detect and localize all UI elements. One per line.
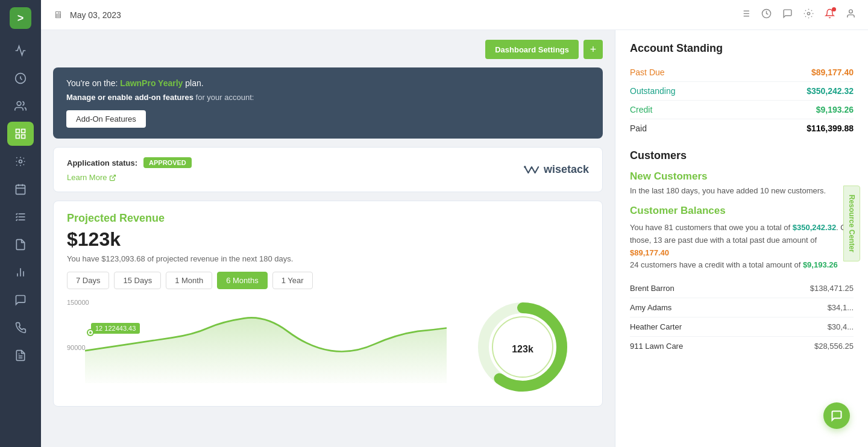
svg-rect-3 <box>22 130 25 133</box>
plan-banner: You're on the: LawnPro Yearly plan. Mana… <box>53 67 603 139</box>
balances-text-3: 24 customers have a credit with a total … <box>630 260 803 269</box>
topbar-date: May 03, 2023 <box>70 10 733 20</box>
customer-name-brent: Brent Barron <box>630 284 675 293</box>
list-icon[interactable] <box>740 8 750 22</box>
standing-list: Past Due $89,177.40 Outstanding $350,242… <box>630 63 854 137</box>
sidebar-item-signals[interactable] <box>7 39 34 63</box>
add-widget-button[interactable]: + <box>583 40 603 59</box>
donut-chart: 123k <box>456 299 589 395</box>
sidebar-logo[interactable]: > <box>10 7 31 29</box>
right-panel: Account Standing Past Due $89,177.40 Out… <box>615 30 868 447</box>
sidebar-item-phone[interactable] <box>7 316 34 340</box>
gear-icon[interactable] <box>804 8 814 22</box>
standing-label-paid: Paid <box>630 123 647 133</box>
standing-value-pastdue: $89,177.40 <box>811 67 854 77</box>
customer-row-brent: Brent Barron $138,471.25 <box>630 279 854 298</box>
standing-value-paid: $116,399.88 <box>807 123 854 133</box>
standing-row-credit: Credit $9,193.26 <box>630 101 854 119</box>
sidebar-item-documents[interactable] <box>7 233 34 257</box>
manage-bold: Manage or enable add-on features <box>66 93 193 102</box>
revenue-card: Projected Revenue $123k You have $123,09… <box>53 201 603 407</box>
content-area: Dashboard Settings + You're on the: Lawn… <box>41 30 868 447</box>
plan-suffix: plan. <box>183 78 203 88</box>
sidebar-item-chat[interactable] <box>7 288 34 312</box>
balances-text-1: You have 81 customers that owe you a tot… <box>630 223 793 232</box>
topbar: 🖥 May 03, 2023 <box>41 0 868 30</box>
sidebar-item-dashboard[interactable] <box>7 122 34 146</box>
svg-point-27 <box>849 10 853 13</box>
app-status-left: Application status: Approved Learn More <box>67 157 192 182</box>
customer-row-911: 911 Lawn Care $28,556.25 <box>630 337 854 355</box>
dashboard-settings-bar: Dashboard Settings + <box>53 40 603 59</box>
line-chart: 150000 90000 12 122443.43 <box>67 299 447 395</box>
new-customers-text: In the last 180 days, you have added 10 … <box>630 186 854 195</box>
svg-rect-5 <box>22 135 25 139</box>
addon-button[interactable]: Add-On Features <box>66 110 146 128</box>
customer-name-heather: Heather Carter <box>630 322 682 331</box>
user-icon[interactable] <box>846 8 856 22</box>
customer-balance-amy: $34,1... <box>828 303 854 312</box>
svg-line-28 <box>112 175 116 178</box>
standing-label-outstanding: Outstanding <box>630 86 676 96</box>
svg-rect-7 <box>16 185 25 194</box>
customer-balance-heather: $30,4... <box>828 322 854 331</box>
sidebar-item-checklist[interactable] <box>7 205 34 229</box>
standing-row-paid: Paid $116,399.88 <box>630 119 854 137</box>
sidebar: > <box>0 0 41 447</box>
customers-section: Customers New Customers In the last 180 … <box>630 149 854 355</box>
sidebar-item-settings[interactable] <box>7 149 34 173</box>
plan-banner-title: You're on the: LawnPro Yearly plan. <box>66 78 590 88</box>
customer-balances-title: Customer Balances <box>630 205 854 217</box>
approved-badge: Approved <box>143 157 192 168</box>
dashboard-settings-button[interactable]: Dashboard Settings <box>485 40 579 59</box>
main-container: 🖥 May 03, 2023 <box>41 0 868 447</box>
svg-point-1 <box>17 102 21 106</box>
y-label-90: 90000 <box>67 344 86 351</box>
monitor-icon: 🖥 <box>53 10 63 20</box>
balances-amount-1: $350,242.32 <box>793 223 836 232</box>
customer-name-911: 911 Lawn Care <box>630 342 683 351</box>
wisetack-logo: wisetack <box>523 163 589 177</box>
svg-rect-4 <box>16 135 20 139</box>
plan-prefix: You're on the: <box>66 78 120 88</box>
customers-title: Customers <box>630 149 854 162</box>
donut-value: 123k <box>512 337 533 357</box>
chat-icon[interactable] <box>782 8 793 22</box>
revenue-subtitle: You have $123,093.68 of projected revenu… <box>67 254 589 263</box>
resource-center-tab[interactable]: Resource Center <box>843 186 860 261</box>
filter-1year[interactable]: 1 Year <box>272 272 313 289</box>
app-status-card: Application status: Approved Learn More … <box>53 147 603 192</box>
revenue-amount: $123k <box>67 228 589 251</box>
filter-15days[interactable]: 15 Days <box>114 272 161 289</box>
chart-svg-wrapper <box>85 299 447 383</box>
clock-icon[interactable] <box>761 8 772 22</box>
plan-name: LawnPro Yearly <box>120 78 183 88</box>
balances-amount-2: $89,177.40 <box>630 248 669 257</box>
new-customers-title: New Customers <box>630 170 854 183</box>
filter-6months[interactable]: 6 Months <box>217 272 267 289</box>
sidebar-item-calendar[interactable] <box>7 177 34 201</box>
learn-more-link[interactable]: Learn More <box>67 173 192 182</box>
app-status-row: Application status: Approved <box>67 157 192 168</box>
sidebar-item-reports[interactable] <box>7 66 34 90</box>
customer-rows: Brent Barron $138,471.25 Amy Adams $34,1… <box>630 279 854 355</box>
chat-button[interactable] <box>823 402 850 429</box>
filter-1month[interactable]: 1 Month <box>166 272 212 289</box>
standing-value-outstanding: $350,242.32 <box>807 86 854 96</box>
sidebar-item-notes[interactable] <box>7 343 34 367</box>
balances-amount-3: $9,193.26 <box>803 260 838 269</box>
sidebar-item-analytics[interactable] <box>7 260 34 284</box>
sidebar-item-users[interactable] <box>7 94 34 118</box>
plan-banner-subtitle: Manage or enable add-on features for you… <box>66 93 590 102</box>
time-filters: 7 Days 15 Days 1 Month 6 Months 1 Year <box>67 272 589 289</box>
standing-label-credit: Credit <box>630 105 652 114</box>
left-panel: Dashboard Settings + You're on the: Lawn… <box>41 30 615 447</box>
customer-balances-text: You have 81 customers that owe you a tot… <box>630 222 854 272</box>
customer-balance-brent: $138,471.25 <box>810 284 854 293</box>
standing-label-pastdue: Past Due <box>630 67 665 77</box>
standing-value-credit: $9,193.26 <box>816 105 854 114</box>
svg-rect-2 <box>16 130 20 133</box>
standing-row-pastdue: Past Due $89,177.40 <box>630 63 854 82</box>
bell-icon[interactable] <box>825 8 835 22</box>
filter-7days[interactable]: 7 Days <box>67 272 109 289</box>
